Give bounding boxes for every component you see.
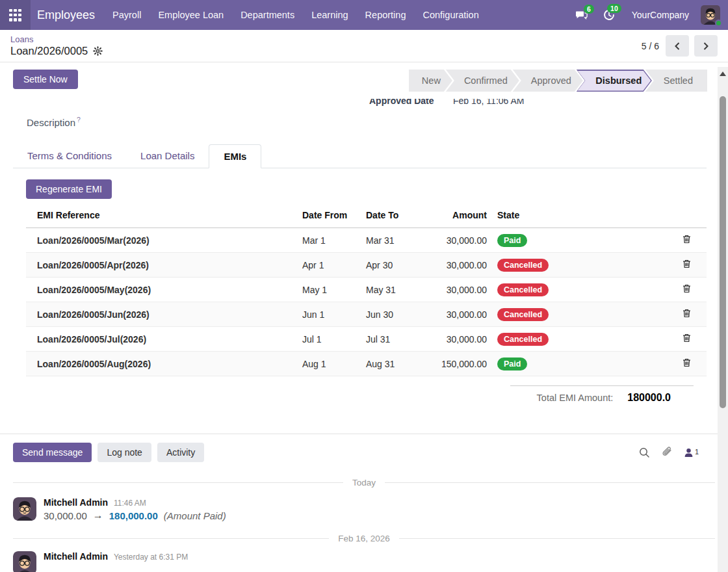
table-row[interactable]: Loan/2026/0005/Jun(2026) Jun 1 Jun 30 30… xyxy=(26,302,707,327)
date-from: Aug 1 xyxy=(302,352,366,376)
settle-now-button[interactable]: Settle Now xyxy=(13,70,78,89)
amount: 30,000.00 xyxy=(428,278,487,302)
status-step-settled[interactable]: Settled xyxy=(645,70,707,92)
date-to: Aug 31 xyxy=(366,352,428,376)
column-emi-reference[interactable]: EMI Reference xyxy=(26,206,302,228)
column-state[interactable]: State xyxy=(487,206,667,228)
form-statusbar: Settle Now New Confirmed Approved Disbur… xyxy=(0,62,728,99)
message-author[interactable]: Mitchell Admin xyxy=(44,497,108,508)
delete-row-button[interactable] xyxy=(680,357,694,370)
delete-row-button[interactable] xyxy=(680,233,694,247)
pager-count: 5 / 6 xyxy=(642,41,659,51)
scrollbar-up-arrow-icon[interactable] xyxy=(720,72,726,76)
description-field-label[interactable]: Description? xyxy=(27,116,81,128)
approved-date-field: Approved Date Feb 16, 11:06 AM xyxy=(369,99,524,106)
pager-next-button[interactable] xyxy=(694,35,718,57)
status-step-new[interactable]: New xyxy=(409,70,452,92)
date-to: Mar 31 xyxy=(366,228,428,253)
delete-row-button[interactable] xyxy=(680,283,694,296)
status-step-approved[interactable]: Approved xyxy=(513,70,583,92)
user-menu-avatar[interactable] xyxy=(701,5,720,25)
breadcrumb-loans-link[interactable]: Loans xyxy=(10,34,103,44)
state-badge: Paid xyxy=(497,358,527,370)
table-row[interactable]: Loan/2026/0005/Mar(2026) Mar 1 Mar 31 30… xyxy=(26,228,707,253)
author-avatar[interactable] xyxy=(13,497,36,521)
gear-icon xyxy=(93,46,103,56)
log-note-button[interactable]: Log note xyxy=(98,443,151,462)
emi-reference[interactable]: Loan/2026/0005/Jun(2026) xyxy=(26,302,302,327)
help-hint: ? xyxy=(77,116,81,124)
amount: 30,000.00 xyxy=(428,327,487,352)
emi-reference[interactable]: Loan/2026/0005/Apr(2026) xyxy=(26,253,302,278)
table-row[interactable]: Loan/2026/0005/Jul(2026) Jul 1 Jul 31 30… xyxy=(26,327,707,352)
delete-row-button[interactable] xyxy=(680,258,694,272)
vertical-scrollbar[interactable] xyxy=(718,67,728,572)
tab-loan-details[interactable]: Loan Details xyxy=(126,144,209,168)
total-emi-label: Total EMI Amount: xyxy=(537,393,614,403)
form-sheet: Approved Date Feb 16, 11:06 AM Descripti… xyxy=(0,99,728,434)
emi-reference[interactable]: Loan/2026/0005/Mar(2026) xyxy=(26,228,302,253)
amount: 30,000.00 xyxy=(428,253,487,278)
menu-item-reporting[interactable]: Reporting xyxy=(357,0,415,30)
messages-button[interactable]: 6 xyxy=(570,7,593,23)
column-amount[interactable]: Amount xyxy=(428,206,487,228)
status-step-confirmed[interactable]: Confirmed xyxy=(446,70,519,92)
amount: 30,000.00 xyxy=(428,302,487,327)
trash-icon xyxy=(682,309,691,318)
regenerate-emi-button[interactable]: Regenerate EMI xyxy=(26,179,112,199)
status-step-disbursed[interactable]: Disbursed xyxy=(577,70,652,92)
attach-files-button[interactable] xyxy=(661,447,673,458)
old-value: 30,000.00 xyxy=(44,510,87,521)
chatter: Send message Log note Activity xyxy=(0,434,728,572)
menu-item-payroll[interactable]: Payroll xyxy=(104,0,150,30)
emi-table-header: EMI Reference Date From Date To Amount S… xyxy=(26,206,707,228)
table-row[interactable]: Loan/2026/0005/Aug(2026) Aug 1 Aug 31 15… xyxy=(26,352,707,376)
delete-row-button[interactable] xyxy=(680,332,694,346)
emi-reference[interactable]: Loan/2026/0005/Aug(2026) xyxy=(26,352,302,376)
activities-button[interactable]: 10 xyxy=(598,6,620,23)
activities-badge: 10 xyxy=(607,4,621,13)
state-badge: Cancelled xyxy=(497,259,549,272)
scrollbar-thumb[interactable] xyxy=(720,96,726,408)
tab-terms-conditions[interactable]: Terms & Conditions xyxy=(13,144,126,168)
trash-icon xyxy=(682,333,691,343)
chatter-message: Mitchell Admin Yesterday at 6:31 PM xyxy=(13,549,715,572)
delete-row-button[interactable] xyxy=(680,307,694,321)
followers-button[interactable]: 1 xyxy=(684,448,699,458)
table-row[interactable]: Loan/2026/0005/May(2026) May 1 May 31 30… xyxy=(26,278,707,302)
menu-item-departments[interactable]: Departments xyxy=(232,0,303,30)
company-switcher[interactable]: YourCompany xyxy=(625,10,696,20)
tab-emis[interactable]: EMIs xyxy=(209,144,261,168)
date-from: Mar 1 xyxy=(302,228,366,253)
arrow-right-icon: → xyxy=(93,510,103,521)
actions-gear-button[interactable] xyxy=(93,46,103,56)
table-row[interactable]: Loan/2026/0005/Apr(2026) Apr 1 Apr 30 30… xyxy=(26,253,707,278)
date-divider-today: Today xyxy=(13,478,715,488)
control-panel: Loans Loan/2026/0005 5 / 6 xyxy=(0,30,728,62)
author-avatar[interactable] xyxy=(13,551,36,572)
message-author[interactable]: Mitchell Admin xyxy=(44,551,108,562)
app-name[interactable]: Employees xyxy=(31,8,104,22)
apps-menu-button[interactable] xyxy=(0,0,31,30)
menu-item-configuration[interactable]: Configuration xyxy=(414,0,487,30)
main-menu: Payroll Employee Loan Departments Learni… xyxy=(104,0,488,30)
send-message-button[interactable]: Send message xyxy=(13,443,92,462)
trash-icon xyxy=(682,358,691,367)
menu-item-employee-loan[interactable]: Employee Loan xyxy=(150,0,232,30)
search-messages-button[interactable] xyxy=(639,447,650,458)
chevron-right-icon xyxy=(703,42,709,51)
pager-previous-button[interactable] xyxy=(666,35,689,57)
column-date-to[interactable]: Date To xyxy=(366,206,428,228)
column-date-from[interactable]: Date From xyxy=(302,206,366,228)
emi-reference[interactable]: Loan/2026/0005/May(2026) xyxy=(26,278,302,302)
emi-reference[interactable]: Loan/2026/0005/Jul(2026) xyxy=(26,327,302,352)
app-window: Employees Payroll Employee Loan Departme… xyxy=(0,0,728,572)
status-pipeline: New Confirmed Approved Disbursed Settled xyxy=(409,70,707,92)
paperclip-icon xyxy=(661,447,673,458)
total-emi-value: 180000.0 xyxy=(627,392,671,404)
activity-button[interactable]: Activity xyxy=(157,443,204,462)
chatter-toolbar: Send message Log note Activity xyxy=(13,443,715,462)
state-badge: Cancelled xyxy=(497,333,549,346)
follower-person-icon xyxy=(684,448,694,458)
menu-item-learning[interactable]: Learning xyxy=(303,0,356,30)
